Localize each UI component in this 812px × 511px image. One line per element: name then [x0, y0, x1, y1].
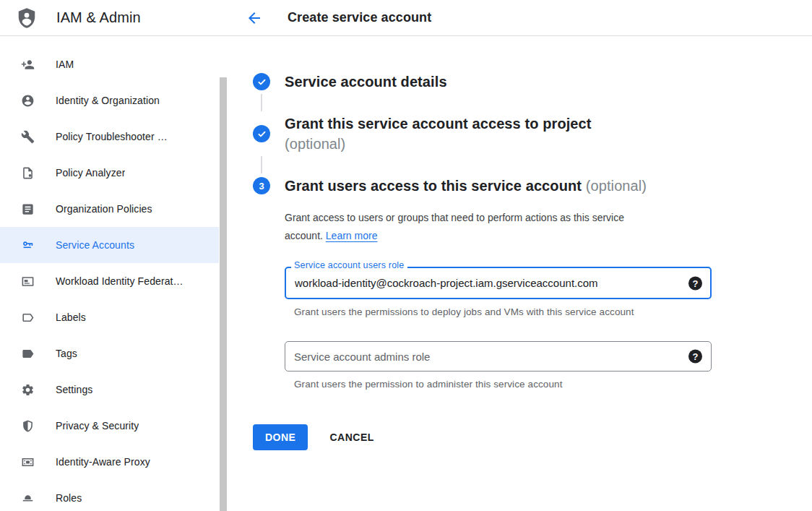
roles-hat-icon	[20, 491, 35, 505]
users-role-helper-text: Grant users the permissions to deploy jo…	[294, 306, 712, 317]
page-header: Create service account	[228, 0, 812, 36]
users-role-field-label: Service account users role	[291, 260, 407, 270]
sidebar-item-workload-identity-federation[interactable]: Workload Identity Federat…	[0, 263, 228, 299]
wizard-actions: DONE CANCEL	[253, 424, 790, 450]
sidebar-item-label: Tags	[56, 348, 77, 359]
sidebar-item-label: Policy Analyzer	[56, 167, 125, 179]
admins-role-input[interactable]	[285, 341, 712, 372]
admins-role-field-group: ? Grant users the permission to administ…	[285, 341, 712, 390]
iam-shield-icon	[16, 7, 38, 29]
sidebar-scrollbar-thumb[interactable]	[220, 77, 227, 511]
sidebar-item-label: IAM	[56, 59, 74, 70]
sidebar-item-organization-policies[interactable]: Organization Policies	[0, 191, 228, 227]
sidebar-item-label: Privacy & Security	[56, 420, 139, 431]
sidebar-item-policy-troubleshooter[interactable]: Policy Troubleshooter …	[0, 119, 228, 155]
sidebar-item-label: Identity-Aware Proxy	[56, 456, 150, 468]
person-add-icon	[20, 57, 35, 72]
arrow-back-icon	[246, 9, 263, 27]
back-button[interactable]	[246, 9, 263, 27]
shield-half-icon	[20, 418, 35, 433]
service-account-key-icon	[20, 238, 35, 252]
sidebar-item-label: Policy Troubleshooter …	[56, 131, 168, 142]
users-role-input[interactable]	[285, 267, 712, 299]
label-outline-icon	[20, 310, 35, 325]
sidebar-item-service-accounts[interactable]: Service Accounts	[0, 227, 228, 263]
sidebar-item-tags[interactable]: Tags	[0, 335, 228, 372]
step-1-service-account-details: Service account details	[253, 72, 790, 92]
sidebar-item-label: Settings	[56, 384, 92, 395]
sidebar-item-label: Service Accounts	[56, 239, 134, 251]
app-window: IAM & Admin IAM Identity & Organization	[0, 0, 812, 511]
sidebar-item-label: Organization Policies	[56, 203, 152, 215]
admins-role-field-box: ?	[285, 341, 712, 372]
step-connector	[261, 156, 262, 173]
sidebar-item-identity-organization[interactable]: Identity & Organization	[0, 82, 228, 119]
step-3-title-block: Grant users access to this service accou…	[285, 176, 647, 196]
step-2-grant-access-to-project: Grant this service account access to pro…	[253, 113, 790, 154]
step-3-title: Grant users access to this service accou…	[285, 178, 582, 194]
done-button[interactable]: DONE	[253, 424, 308, 450]
help-icon[interactable]: ?	[688, 276, 702, 290]
step-3-description: Grant access to users or groups that nee…	[285, 209, 664, 245]
step-2-optional-label: (optional)	[285, 134, 592, 154]
step-2-title: Grant this service account access to pro…	[285, 113, 592, 134]
tag-filled-icon	[20, 346, 35, 361]
step-2-title-block: Grant this service account access to pro…	[285, 113, 592, 154]
step-1-title: Service account details	[285, 72, 447, 92]
wrench-icon	[20, 129, 35, 144]
sidebar-item-roles[interactable]: Roles	[0, 480, 228, 511]
proxy-strip-icon	[20, 455, 35, 469]
step-connector	[261, 94, 262, 111]
step-3-optional-label: (optional)	[586, 178, 647, 194]
sidebar-item-privacy-security[interactable]: Privacy & Security	[0, 408, 228, 444]
account-circle-icon	[20, 93, 35, 108]
page-title: Create service account	[288, 10, 431, 25]
sidebar-title: IAM & Admin	[56, 9, 141, 26]
badge-card-icon	[20, 274, 35, 288]
sidebar-item-label: Identity & Organization	[56, 95, 160, 106]
sidebar-header: IAM & Admin	[0, 0, 228, 36]
document-lines-icon	[20, 202, 35, 216]
wizard-content: Service account details Grant this servi…	[228, 36, 812, 450]
sidebar-nav: IAM Identity & Organization Policy Troub…	[0, 36, 228, 511]
policy-analyzer-icon	[20, 166, 35, 180]
sidebar: IAM & Admin IAM Identity & Organization	[0, 0, 228, 511]
sidebar-scrollbar-track	[219, 72, 228, 511]
step-3-grant-users-access: 3 Grant users access to this service acc…	[253, 176, 790, 196]
cancel-button[interactable]: CANCEL	[329, 431, 373, 443]
users-role-field-box: Service account users role ?	[285, 267, 712, 299]
sidebar-item-label: Workload Identity Federat…	[56, 275, 183, 287]
sidebar-item-identity-aware-proxy[interactable]: Identity-Aware Proxy	[0, 444, 228, 480]
main-panel: Create service account Service account d…	[228, 0, 812, 511]
learn-more-link[interactable]: Learn more	[326, 230, 378, 241]
sidebar-item-labels[interactable]: Labels	[0, 299, 228, 335]
gear-icon	[20, 382, 35, 397]
users-role-field-group: Service account users role ? Grant users…	[285, 267, 712, 317]
help-icon[interactable]: ?	[688, 350, 702, 364]
step-2-complete-check-icon	[253, 125, 270, 142]
step-1-complete-check-icon	[253, 73, 270, 90]
sidebar-item-label: Labels	[56, 312, 86, 323]
admins-role-helper-text: Grant users the permission to administer…	[294, 379, 712, 390]
step-3-number-badge: 3	[253, 177, 270, 194]
sidebar-item-policy-analyzer[interactable]: Policy Analyzer	[0, 155, 228, 191]
sidebar-item-iam[interactable]: IAM	[0, 46, 228, 82]
sidebar-item-label: Roles	[56, 492, 82, 504]
sidebar-item-settings[interactable]: Settings	[0, 372, 228, 408]
step-3-body: Grant access to users or groups that nee…	[285, 209, 790, 450]
